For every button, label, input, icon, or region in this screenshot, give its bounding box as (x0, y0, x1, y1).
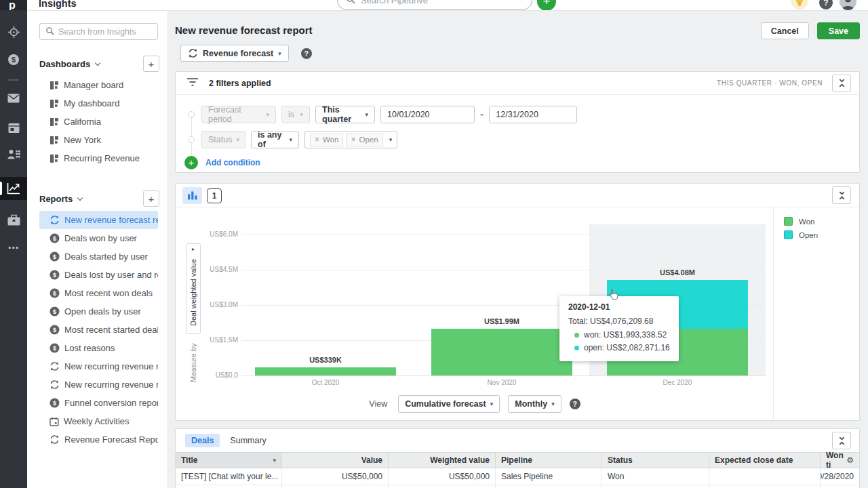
deal-value: US$50,000 (282, 468, 389, 485)
status-operator-dropdown[interactable]: is any of▾ (251, 131, 299, 148)
column-settings-gear-icon[interactable]: ⚙ (846, 455, 854, 465)
interval-dropdown[interactable]: Monthly▾ (508, 395, 561, 413)
deal-row[interactable]: [TEST] [Chat with your le... US$50,000 U… (176, 468, 859, 485)
dashboard-grid-icon (50, 81, 59, 90)
products-icon[interactable] (0, 214, 27, 226)
x-tick: Dec 2020 (607, 379, 748, 386)
user-avatar[interactable] (840, 0, 856, 10)
report-item-most-recent-started-deals[interactable]: $Most recent started deals (39, 321, 158, 339)
status-values-multiselect[interactable]: ×Won ×Open ▾ (304, 131, 397, 148)
reports-list: New revenue forecast re... $Deals won by… (27, 211, 167, 449)
filter-field-dropdown[interactable]: Status▾ (201, 131, 245, 148)
dashboards-section-header[interactable]: Dashboards + (27, 56, 167, 72)
caret-down-icon: ▾ (300, 111, 303, 118)
dashboard-item-recurring-revenue[interactable]: Recurring Revenue (39, 149, 158, 167)
report-item-weekly-activities[interactable]: Weekly Activities (39, 412, 158, 430)
report-item-new-recurring-revenue-2[interactable]: New recurring revenue re... (39, 375, 158, 394)
report-type-help-icon[interactable]: ? (301, 48, 312, 59)
collapse-filters-button[interactable] (832, 75, 851, 92)
filter-operator-dropdown[interactable]: is▾ (281, 106, 310, 123)
cancel-button[interactable]: Cancel (761, 22, 809, 39)
date-from-input[interactable] (380, 106, 475, 123)
date-to-input[interactable] (489, 106, 577, 123)
deal-icon: $ (50, 306, 60, 317)
filter-field-dropdown[interactable]: Forecast period▾ (201, 106, 276, 123)
quick-add-button[interactable]: + (537, 0, 556, 11)
deal-icon: $ (50, 233, 60, 243)
report-item-funnel-conversion[interactable]: $Funnel conversion report (39, 394, 158, 412)
chart-legend: Won Open (773, 207, 859, 421)
mail-icon[interactable] (0, 94, 27, 103)
column-header-pipeline[interactable]: Pipeline (496, 453, 602, 468)
scorecard-toggle[interactable]: 1 (207, 188, 222, 203)
dashboard-item-manager-board[interactable]: Manager board (39, 76, 158, 94)
insights-search-input[interactable] (58, 27, 152, 37)
column-header-status[interactable]: Status (602, 453, 709, 468)
contacts-icon[interactable] (0, 149, 27, 159)
view-mode-dropdown[interactable]: Cumulative forecast▾ (398, 395, 500, 413)
report-item-deals-won-by-user[interactable]: $Deals won by user (39, 229, 158, 247)
report-item-deals-lost-by-user[interactable]: $Deals lost by user and rea... (39, 266, 158, 284)
insights-sidebar: Dashboards + Manager board My dashboard … (27, 11, 168, 488)
report-item-revenue-forecast-report[interactable]: Revenue Forecast Report (39, 430, 158, 449)
insights-icon[interactable] (0, 177, 27, 200)
bar-chart-toggle[interactable] (182, 187, 202, 204)
global-search[interactable] (337, 0, 532, 10)
deal-icon: $ (50, 343, 60, 353)
recurring-revenue-icon (188, 48, 198, 58)
measure-panel-toggle[interactable]: ▸ Deal weighted value (186, 243, 201, 334)
remove-chip-icon[interactable]: × (315, 135, 319, 144)
report-item-open-deals-by-user[interactable]: $Open deals by user (39, 302, 158, 321)
more-icon[interactable]: ⋯ (0, 241, 27, 254)
deal-title[interactable]: [TEST] [Chat with your le... (176, 468, 282, 485)
tab-summary[interactable]: Summary (230, 436, 266, 445)
legend-item-open[interactable]: Open (784, 230, 859, 239)
column-header-value[interactable]: Value (282, 453, 389, 468)
insights-search[interactable] (39, 23, 158, 40)
chevron-down-icon (77, 195, 83, 200)
view-help-icon[interactable]: ? (570, 399, 580, 409)
y-tick: US$1.5M (196, 336, 238, 344)
leads-icon[interactable] (0, 26, 27, 39)
svg-text:$: $ (53, 308, 56, 315)
add-condition-button[interactable]: + Add condition (184, 156, 260, 169)
recurring-revenue-icon (50, 361, 60, 371)
legend-item-won[interactable]: Won (784, 217, 859, 226)
global-search-input[interactable] (361, 0, 524, 5)
column-header-title[interactable]: Title▾ (176, 453, 282, 468)
bar-nov-2020[interactable]: US$1.99M (431, 329, 572, 375)
calendar-icon[interactable] (0, 122, 27, 134)
reports-section-header[interactable]: Reports + (27, 190, 167, 207)
add-dashboard-button[interactable]: + (143, 56, 159, 72)
report-item-deals-started-by-user[interactable]: $Deals started by user (39, 247, 158, 266)
svg-text:$: $ (53, 235, 56, 242)
deals-icon[interactable]: $ (0, 54, 27, 66)
report-item-most-recent-won-deals[interactable]: $Most recent won deals (39, 284, 158, 302)
dashboard-item-new-york[interactable]: New York (39, 131, 158, 149)
help-icon[interactable]: ? (819, 0, 833, 9)
bar-oct-2020[interactable]: US$339K (255, 367, 396, 375)
report-type-selector[interactable]: Revenue forecast ▾ (180, 45, 289, 62)
view-label: View (369, 399, 387, 409)
pipedrive-logo[interactable]: p (0, 0, 27, 10)
collapse-chart-button[interactable] (832, 186, 851, 204)
report-item-new-revenue-forecast[interactable]: New revenue forecast re... (39, 211, 158, 229)
dashboard-item-my-dashboard[interactable]: My dashboard (39, 94, 158, 113)
save-button[interactable]: Save (817, 22, 860, 39)
status-chip-open: ×Open (346, 134, 382, 146)
column-header-weighted-value[interactable]: Weighted value (389, 453, 496, 468)
tab-deals[interactable]: Deals (185, 434, 220, 447)
remove-chip-icon[interactable]: × (351, 135, 355, 144)
deal-icon: $ (50, 325, 60, 335)
page-title: New revenue forecast report (175, 24, 313, 36)
forecast-period-dropdown[interactable]: This quarter▾ (315, 106, 375, 123)
report-item-lost-reasons[interactable]: $Lost reasons (39, 339, 158, 357)
collapse-deals-button[interactable] (832, 432, 851, 449)
column-header-expected-close-date[interactable]: Expected close date (709, 453, 821, 468)
dashboard-item-california[interactable]: California (39, 113, 158, 131)
column-header-won-time[interactable]: Won ti⚙ (821, 453, 859, 468)
report-item-new-recurring-revenue-1[interactable]: New recurring revenue re... (39, 357, 158, 375)
add-report-button[interactable]: + (143, 190, 159, 207)
caret-down-icon: ▾ (266, 111, 269, 118)
suggestions-lightbulb-icon[interactable] (789, 0, 810, 11)
